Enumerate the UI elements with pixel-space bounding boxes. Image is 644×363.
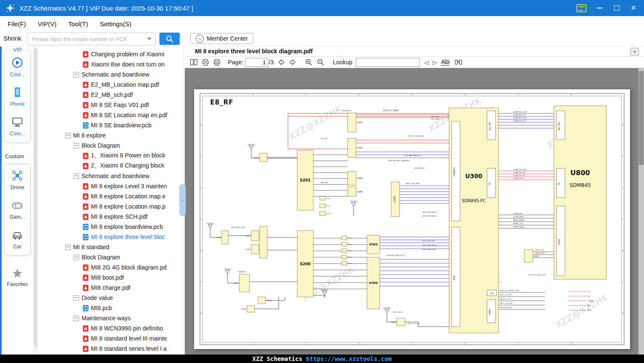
- prev-page-icon[interactable]: [277, 58, 285, 66]
- tree-item[interactable]: MI 8 explore Location map.p: [38, 201, 184, 212]
- tree-item[interactable]: MI 8 explore SCH.pdf: [38, 212, 184, 222]
- collapse-icon[interactable]: [74, 316, 79, 321]
- collapse-icon[interactable]: [65, 133, 71, 138]
- next-page-icon[interactable]: [289, 58, 297, 66]
- pdf-file-icon: [83, 92, 88, 98]
- zoom-out-icon[interactable]: [317, 58, 325, 66]
- collapse-icon[interactable]: [74, 295, 79, 301]
- svg-text:S104: S104: [266, 300, 271, 302]
- find-prev-icon[interactable]: ◁: [424, 59, 428, 66]
- tree-item[interactable]: MI 8 standard series level I a: [38, 344, 184, 354]
- tree-item[interactable]: MI8 charge.pdf: [38, 283, 184, 293]
- search-button[interactable]: [159, 33, 180, 45]
- document-tab[interactable]: MI 8 explore three level block diagram.p…: [195, 48, 343, 55]
- svg-text:4: 4: [570, 343, 572, 345]
- tree-item[interactable]: Schematic and boardview: [38, 69, 184, 80]
- menu-item-vip[interactable]: VIP(V): [38, 20, 56, 28]
- tree-item[interactable]: Xiaomi 8se does not turn on: [38, 59, 184, 69]
- tree-item[interactable]: Maintenance ways: [38, 313, 184, 323]
- collapse-icon[interactable]: [74, 72, 79, 77]
- print-icon[interactable]: [202, 59, 209, 66]
- member-center-button[interactable]: ⌂ Member Center: [190, 33, 253, 44]
- close-document-icon[interactable]: ✕: [630, 48, 639, 55]
- text-select-icon[interactable]: Abi: [441, 59, 449, 66]
- lookup-input[interactable]: [356, 58, 420, 67]
- menu-item-settings[interactable]: Settings(S): [100, 20, 131, 28]
- svg-text:NMSS_RESET: NMSS_RESET: [513, 219, 525, 221]
- tree-item[interactable]: MI 8 standard level III mainte: [38, 333, 184, 344]
- schematic-block-C148: [222, 231, 228, 244]
- pdf-file-icon: [83, 193, 88, 200]
- maximize-button[interactable]: [613, 4, 620, 12]
- two-page-view-icon[interactable]: [190, 59, 198, 66]
- collapse-icon[interactable]: [74, 173, 79, 179]
- sidebar-scrollbar[interactable]: [33, 47, 38, 355]
- svg-text:U304: U304: [369, 281, 378, 285]
- computer-icon: [12, 116, 23, 129]
- chevron-down-icon[interactable]: [147, 38, 151, 40]
- find-next-icon[interactable]: ▷: [433, 59, 437, 66]
- close-button[interactable]: ✕: [630, 4, 637, 12]
- tree-item[interactable]: 2、Xiaomi 8 Charging block: [38, 161, 184, 171]
- tree-item-label: MI 8 standard: [73, 244, 110, 250]
- zoom-in-icon[interactable]: [305, 58, 313, 66]
- model-search-input[interactable]: [27, 36, 147, 43]
- tree-item[interactable]: MI 8 SE Faqs V01.pdf: [38, 100, 184, 110]
- tree-item[interactable]: MI 8 SE Location map en.pdf: [38, 110, 184, 120]
- tree-item[interactable]: Block Diagram: [38, 140, 184, 151]
- schematic-block-PL127: [342, 236, 347, 240]
- sidebar-item-drone[interactable]: Drone: [11, 170, 25, 190]
- tree-item[interactable]: MI 8 WCN3990 pin definitio: [38, 323, 184, 333]
- tree-item[interactable]: Charging problem of Xiaomi: [38, 49, 184, 59]
- schematic-block-U288: [348, 171, 356, 185]
- svg-text:ANTENNA: ANTENNA: [224, 268, 232, 270]
- sidebar-item-car[interactable]: Car: [12, 229, 23, 250]
- schematic-block-PL216: [342, 261, 347, 265]
- tree-item[interactable]: MI 8 SE boardview.pcb: [38, 120, 184, 130]
- tree-item[interactable]: MI 8 explore boardview.pcb: [38, 222, 184, 232]
- tree-item[interactable]: MI 8 standard: [38, 242, 184, 252]
- tree-item[interactable]: E2_MB_sch.pdf: [38, 90, 184, 100]
- sidebar-item-cour[interactable]: Cour...: [10, 57, 25, 77]
- shrink-button[interactable]: Shrink: [3, 35, 22, 42]
- svg-text:ANTENNA: ANTENNA: [248, 144, 255, 146]
- tree-item[interactable]: Schematic and boardview: [38, 171, 184, 181]
- collapse-icon[interactable]: [74, 255, 79, 260]
- menu-item-tool[interactable]: Tool(T): [69, 20, 88, 28]
- home-icon: ⌂: [196, 35, 204, 43]
- tree-item[interactable]: E2_MB_Location map.pdf: [38, 80, 184, 90]
- tree-item[interactable]: Block Diagram: [38, 252, 184, 262]
- sidebar-item-favorites[interactable]: Favorites: [2, 268, 33, 287]
- collapse-icon[interactable]: [74, 143, 79, 148]
- tree-item[interactable]: Diode value: [38, 293, 184, 303]
- pdf-scrollbar[interactable]: [639, 68, 644, 355]
- statusbar-url[interactable]: https://www.xzztools.com: [306, 355, 392, 362]
- sidebar-scrollbar-thumb[interactable]: [34, 48, 37, 347]
- tree-item[interactable]: MI 8 explore Location map e: [38, 191, 184, 201]
- svg-text:3: 3: [464, 343, 466, 345]
- tree-item[interactable]: 1、Xiaomi 8 Power on block: [38, 151, 184, 161]
- svg-text:WTR_TX_DBRX: WTR_TX_DBRX: [383, 109, 399, 112]
- binoculars-icon[interactable]: [455, 58, 463, 66]
- tree-item[interactable]: MI 8 explore: [38, 130, 184, 140]
- minimize-button[interactable]: [596, 4, 603, 12]
- pdf-viewport[interactable]: XZZ@XZZHKXZZ@XZZHKXZZ@XZZHKXZZ@XZZHKXZZ@…: [185, 68, 644, 355]
- menu-item-file[interactable]: File(F): [8, 20, 26, 28]
- tree-item[interactable]: MI8 boot.pdf: [38, 272, 184, 283]
- tree-item[interactable]: MI8 2G 4G block diagram.pd: [38, 262, 184, 272]
- svg-text:C148: C148: [216, 236, 221, 239]
- tree-item-label: Charging problem of Xiaomi: [91, 51, 164, 58]
- tree-item[interactable]: MI 8 explore Level 3 mainten: [38, 181, 184, 191]
- export-icon[interactable]: [213, 59, 221, 66]
- sidebar-item-phone[interactable]: Phone: [10, 87, 25, 107]
- splitter-collapse-handle[interactable]: ‹: [179, 184, 186, 216]
- collapse-icon[interactable]: [65, 245, 71, 250]
- sidebar-item-com[interactable]: Com...: [10, 116, 25, 137]
- svg-text:H106: H106: [254, 157, 259, 159]
- pdf-scrollbar-thumb[interactable]: [639, 71, 644, 165]
- sidebar-item-gam[interactable]: Gam...: [10, 200, 25, 220]
- tree-item[interactable]: MI 8 explore three level bloc: [38, 232, 184, 242]
- page-input[interactable]: [245, 58, 268, 67]
- tree-item[interactable]: MI8.pcb: [38, 303, 184, 313]
- vip-card-icon[interactable]: [576, 4, 586, 12]
